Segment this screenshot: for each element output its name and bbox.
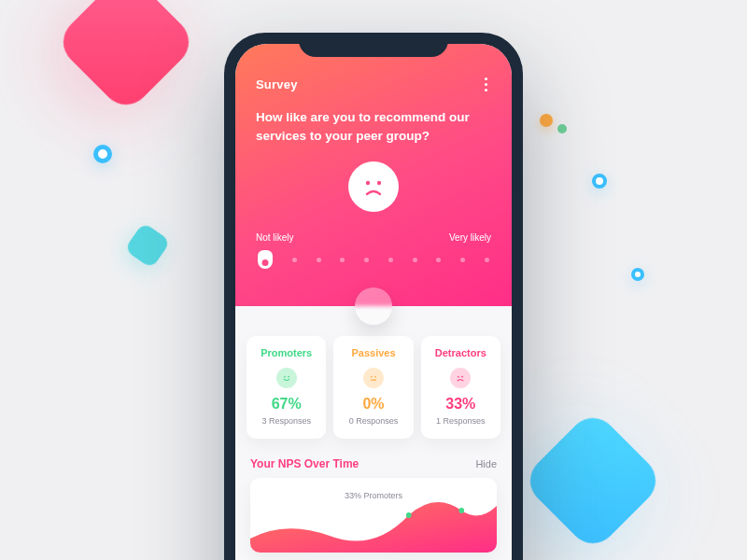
card-title: Passives [341,347,405,358]
slider-handle[interactable] [258,250,273,269]
frown-face-icon [348,161,399,212]
bg-shape-blue [520,408,666,553]
svg-point-3 [288,376,289,378]
neutral-face-icon [363,368,384,388]
bg-shape-teal [124,222,171,269]
happy-face-icon [276,368,297,388]
svg-point-9 [406,512,412,518]
survey-question: How like are you to recommend our servic… [256,108,491,145]
phone-screen: Survey How like are you to recommend our… [235,44,512,560]
card-percent: 0% [341,396,405,413]
nps-chart-section: Your NPS Over Time Hide 33% Promoters [235,452,512,553]
bg-dot [540,114,553,127]
svg-point-1 [377,181,381,185]
svg-point-10 [458,508,464,513]
card-responses: 3 Responses [254,416,318,426]
hide-button[interactable]: Hide [475,458,497,469]
svg-point-0 [366,181,370,185]
svg-point-8 [462,376,464,378]
likelihood-slider[interactable] [256,250,491,269]
svg-point-4 [371,376,373,378]
passives-card[interactable]: Passives 0% 0 Responses [333,336,413,439]
sad-face-icon [450,368,471,388]
stats-row: Promoters 67% 3 Responses Passives 0% 0 … [235,306,512,452]
card-responses: 1 Responses [429,416,493,426]
nps-chart[interactable]: 33% Promoters [250,478,497,553]
pull-down-handle[interactable] [355,287,392,325]
more-menu-icon[interactable] [481,74,491,95]
survey-hero: Survey How like are you to recommend our… [235,44,512,306]
detractors-card[interactable]: Detractors 33% 1 Responses [421,336,500,439]
phone-frame: Survey How like are you to recommend our… [224,33,523,560]
card-percent: 67% [254,396,318,413]
slider-high-label: Very likely [449,232,491,243]
bg-dot [93,145,112,163]
bg-dot [592,174,607,189]
slider-low-label: Not likely [256,232,294,243]
svg-point-7 [458,376,459,378]
card-responses: 0 Responses [341,416,405,426]
chart-title: Your NPS Over Time [250,457,359,470]
card-title: Detractors [429,347,493,358]
bg-dot [631,268,644,281]
promoters-card[interactable]: Promoters 67% 3 Responses [247,336,326,439]
svg-point-5 [374,376,376,378]
card-title: Promoters [254,347,318,358]
card-percent: 33% [429,396,493,413]
svg-point-2 [284,376,286,378]
bg-dot [557,124,567,133]
bg-shape-pink [53,0,199,115]
page-title: Survey [256,77,298,91]
